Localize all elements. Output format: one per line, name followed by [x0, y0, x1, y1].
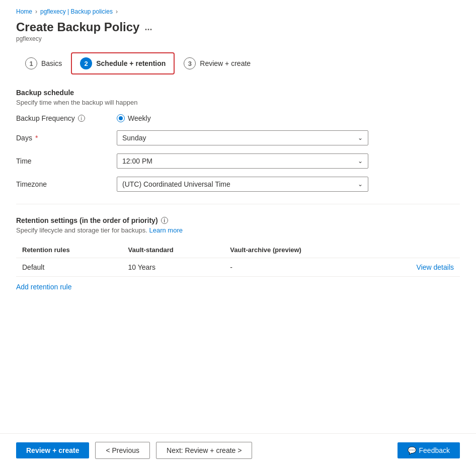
frequency-radio-group: Weekly — [117, 114, 368, 122]
table-row: Default 10 Years - View details — [16, 258, 460, 277]
next-button[interactable]: Next: Review + create > — [156, 442, 252, 459]
retention-info-icon[interactable]: i — [161, 217, 168, 224]
days-dropdown[interactable]: Sunday ⌄ — [117, 130, 368, 145]
days-control: Sunday ⌄ — [117, 130, 368, 145]
time-dropdown[interactable]: 12:00 PM ⌄ — [117, 153, 368, 169]
feedback-icon: 💬 — [408, 446, 416, 454]
vault-archive-value: - — [224, 258, 372, 277]
page-header: Create Backup Policy ... — [16, 20, 460, 34]
wizard-step-1[interactable]: 1 Basics — [16, 52, 71, 74]
time-control: 12:00 PM ⌄ — [117, 153, 368, 169]
breadcrumb: Home › pgflexecy | Backup policies › — [16, 8, 460, 15]
days-row: Days * Sunday ⌄ — [16, 130, 460, 145]
wizard-steps: 1 Basics 2 Schedule + retention 3 Review… — [16, 52, 460, 74]
step-3-circle: 3 — [184, 57, 196, 69]
frequency-weekly-option[interactable]: Weekly — [117, 114, 151, 122]
backup-schedule-title: Backup schedule — [16, 89, 460, 97]
review-create-button[interactable]: Review + create — [16, 442, 89, 458]
section-divider — [16, 204, 460, 204]
days-value: Sunday — [122, 134, 146, 142]
view-details-link[interactable]: View details — [372, 258, 460, 277]
page-subtitle: pgflexecy — [16, 35, 460, 42]
options-ellipsis[interactable]: ... — [144, 22, 152, 33]
vault-standard-value: 10 Years — [122, 258, 224, 277]
timezone-label: Timezone — [16, 180, 117, 188]
add-retention-rule-link[interactable]: Add retention rule — [16, 283, 72, 291]
time-dropdown-chevron: ⌄ — [358, 158, 363, 165]
col-actions — [372, 242, 460, 258]
wizard-step-2[interactable]: 2 Schedule + retention — [71, 52, 175, 74]
timezone-row: Timezone (UTC) Coordinated Universal Tim… — [16, 177, 460, 192]
backup-frequency-control: Weekly — [117, 114, 368, 122]
days-label: Days * — [16, 134, 117, 142]
footer: Review + create < Previous Next: Review … — [0, 433, 476, 467]
time-label: Time — [16, 157, 117, 165]
backup-frequency-label: Backup Frequency i — [16, 114, 117, 122]
timezone-value: (UTC) Coordinated Universal Time — [122, 180, 230, 188]
frequency-weekly-radio[interactable] — [117, 114, 125, 122]
timezone-dropdown[interactable]: (UTC) Coordinated Universal Time ⌄ — [117, 177, 368, 192]
breadcrumb-sep2: › — [116, 8, 118, 15]
breadcrumb-sep1: › — [35, 8, 37, 15]
timezone-dropdown-chevron: ⌄ — [358, 181, 363, 188]
timezone-control: (UTC) Coordinated Universal Time ⌄ — [117, 177, 368, 192]
retention-settings-title: Retention settings (in the order of prio… — [16, 216, 158, 224]
wizard-step-3[interactable]: 3 Review + create — [175, 52, 260, 74]
page-title: Create Backup Policy — [16, 20, 139, 34]
step-2-label: Schedule + retention — [96, 59, 166, 67]
col-vault-archive: Vault-archive (preview) — [224, 242, 372, 258]
step-1-label: Basics — [41, 59, 62, 67]
previous-button[interactable]: < Previous — [95, 442, 150, 459]
col-vault-standard: Vault-standard — [122, 242, 224, 258]
feedback-button[interactable]: 💬 Feedback — [398, 442, 460, 458]
step-1-circle: 1 — [25, 57, 37, 69]
step-2-circle: 2 — [80, 57, 92, 69]
breadcrumb-home[interactable]: Home — [16, 8, 32, 15]
days-dropdown-chevron: ⌄ — [358, 134, 363, 141]
retention-settings-header: Retention settings (in the order of prio… — [16, 216, 460, 224]
time-value: 12:00 PM — [122, 157, 152, 165]
learn-more-link[interactable]: Learn more — [149, 226, 182, 234]
retention-rule-name: Default — [16, 258, 122, 277]
feedback-label: Feedback — [419, 446, 450, 454]
breadcrumb-policies[interactable]: pgflexecy | Backup policies — [40, 8, 113, 15]
time-row: Time 12:00 PM ⌄ — [16, 153, 460, 169]
retention-settings-subtitle: Specify lifecycle and storage tier for b… — [16, 226, 460, 234]
backup-schedule-subtitle: Specify time when the backup will happen — [16, 99, 460, 106]
frequency-info-icon[interactable]: i — [78, 115, 85, 122]
step-3-label: Review + create — [200, 59, 251, 67]
retention-table-header-row: Retention rules Vault-standard Vault-arc… — [16, 242, 460, 258]
retention-table: Retention rules Vault-standard Vault-arc… — [16, 242, 460, 277]
col-retention-rules: Retention rules — [16, 242, 122, 258]
days-required-indicator: * — [35, 134, 38, 142]
backup-frequency-row: Backup Frequency i Weekly — [16, 114, 460, 122]
frequency-weekly-label: Weekly — [128, 114, 151, 122]
